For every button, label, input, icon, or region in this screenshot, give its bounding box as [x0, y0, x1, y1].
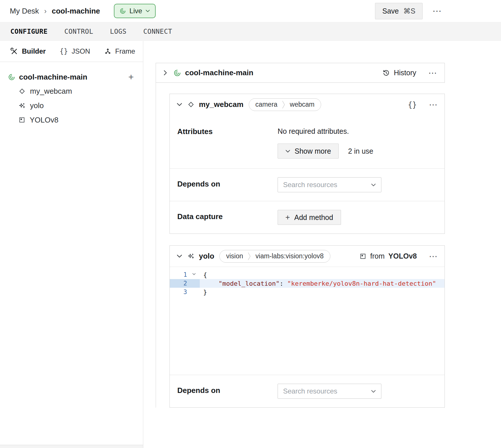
code-line[interactable]: 3 } — [170, 288, 445, 296]
tree-item-label: yolo — [30, 101, 44, 110]
content-area: Builder {} JSON Frame — [0, 41, 501, 448]
tree-root-label: cool-machine-main — [19, 73, 87, 82]
add-method-button[interactable]: + Add method — [278, 210, 341, 225]
live-status-dropdown[interactable]: Live — [114, 4, 156, 18]
attributes-content: No required attributes. Show more 2 in u… — [278, 125, 373, 159]
yolo-depends-on-section: Depends on Search resources — [170, 375, 445, 407]
depends-on-select[interactable]: Search resources — [278, 177, 381, 192]
main-tab-bar: CONFIGURE CONTROL LOGS CONNECT — [0, 22, 501, 41]
machine-part-title: cool-machine-main — [185, 68, 253, 77]
machine-part-icon — [174, 69, 181, 77]
data-capture-label: Data capture — [177, 210, 278, 221]
code-fold-icon[interactable] — [192, 273, 196, 275]
tag-separator-icon — [282, 100, 285, 110]
webcam-card-header: my_webcam camera webcam {} ⋯ — [170, 94, 445, 115]
component-camera-icon — [187, 101, 195, 108]
chevron-down-icon — [371, 390, 376, 393]
component-camera-icon — [18, 88, 26, 95]
line-number: 3 — [170, 288, 200, 296]
builder-label: Builder — [22, 47, 46, 55]
edit-json-icon[interactable]: {} — [408, 100, 417, 109]
more-menu-icon[interactable]: ⋯ — [432, 6, 442, 16]
json-attributes-editor[interactable]: 1 { 2 "model_location": "ker — [170, 267, 445, 375]
mode-json[interactable]: {} JSON — [60, 47, 90, 55]
chevron-down-icon[interactable] — [177, 103, 182, 106]
resource-tree: cool-machine-main + my_webcam — [0, 62, 143, 127]
config-mode-switcher: Builder {} JSON Frame — [0, 41, 143, 62]
frame-axes-icon — [104, 48, 112, 55]
code-content: "model_location": "keremberke/yolov8n-ha… — [200, 280, 436, 287]
show-more-label: Show more — [295, 147, 331, 155]
depends-on-select[interactable]: Search resources — [278, 384, 381, 399]
breadcrumb-current: cool-machine — [52, 7, 100, 16]
tree-item-label: my_webcam — [30, 87, 72, 96]
code-line[interactable]: 1 { — [170, 270, 445, 279]
yolo-type-tag: vision viam-labs:vision:yolov8 — [219, 250, 330, 263]
tab-connect[interactable]: CONNECT — [143, 28, 172, 35]
history-clock-icon — [382, 69, 390, 77]
sidebar: Builder {} JSON Frame — [0, 41, 143, 448]
chevron-down-icon — [285, 150, 290, 153]
from-module-indicator: from YOLOv8 — [359, 252, 417, 260]
from-module-name: YOLOv8 — [388, 252, 417, 260]
resource-card-my-webcam: my_webcam camera webcam {} ⋯ — [169, 94, 445, 234]
save-label: Save — [382, 7, 399, 15]
yolo-card-title: yolo — [199, 252, 214, 261]
json-string-token: "keremberke/yolov8n-hard-hat-detection" — [287, 280, 436, 287]
chevron-down-icon[interactable] — [177, 254, 182, 258]
tree-item-yolov8-module[interactable]: YOLOv8 — [8, 113, 135, 127]
history-button[interactable]: History — [382, 69, 416, 77]
mode-builder[interactable]: Builder — [10, 47, 46, 55]
from-label: from — [370, 252, 385, 260]
tag-model-triplet: viam-labs:vision:yolov8 — [255, 252, 323, 260]
code-line-active[interactable]: 2 "model_location": "keremberke/yolov8n-… — [170, 279, 445, 288]
part-card-more-icon[interactable]: ⋯ — [428, 69, 437, 77]
webcam-type-tag: camera webcam — [249, 98, 321, 111]
line-number: 1 — [170, 270, 200, 279]
attributes-label: Attributes — [177, 125, 278, 136]
json-label: JSON — [72, 47, 90, 55]
plus-icon: + — [285, 214, 290, 221]
tag-vision: vision — [226, 252, 243, 260]
save-shortcut: ⌘S — [403, 7, 415, 15]
attributes-in-use-count: 2 in use — [348, 147, 373, 155]
tree-root-machine-part[interactable]: cool-machine-main + — [8, 70, 135, 84]
tag-camera: camera — [255, 101, 278, 108]
viam-live-icon — [120, 8, 126, 14]
breadcrumb-parent[interactable]: My Desk — [10, 7, 39, 16]
resource-card-yolo: yolo vision viam-labs:vision:yolov8 — [169, 245, 445, 408]
json-key-token: "model_location" — [219, 280, 280, 287]
yolo-card-more-icon[interactable]: ⋯ — [429, 252, 438, 261]
tab-control[interactable]: CONTROL — [64, 28, 93, 35]
depends-on-label: Depends on — [177, 384, 278, 395]
depends-on-label: Depends on — [177, 177, 278, 189]
add-resource-button[interactable]: + — [127, 72, 135, 82]
line-number: 2 — [170, 279, 200, 288]
app-window: My Desk › cool-machine Live Save ⌘S ⋯ — [0, 0, 501, 448]
resource-cards-group: my_webcam camera webcam {} ⋯ — [156, 83, 501, 408]
attributes-actions: Show more 2 in use — [278, 144, 373, 159]
add-method-label: Add method — [294, 213, 333, 222]
service-sparkle-icon — [187, 253, 195, 260]
frame-label: Frame — [115, 47, 135, 55]
live-label: Live — [129, 7, 142, 15]
tab-configure[interactable]: CONFIGURE — [10, 28, 48, 35]
history-label: History — [394, 69, 416, 77]
tag-separator-icon — [248, 251, 251, 261]
tree-item-yolo[interactable]: yolo — [8, 98, 135, 113]
chevron-down-icon — [146, 10, 150, 12]
webcam-card-more-icon[interactable]: ⋯ — [429, 100, 438, 109]
tree-item-label: YOLOv8 — [30, 116, 59, 125]
data-capture-section: Data capture + Add method — [170, 201, 445, 234]
braces-icon: {} — [60, 47, 68, 55]
tree-item-my-webcam[interactable]: my_webcam — [8, 84, 135, 98]
show-more-button[interactable]: Show more — [278, 144, 339, 159]
depends-on-placeholder: Search resources — [283, 387, 337, 395]
chevron-right-icon[interactable] — [163, 70, 167, 76]
sidebar-scrollbar-track[interactable] — [0, 445, 143, 448]
save-button[interactable]: Save ⌘S — [375, 3, 423, 19]
attributes-section: Attributes No required attributes. Show … — [170, 115, 445, 168]
module-icon — [18, 116, 25, 123]
tab-logs[interactable]: LOGS — [110, 28, 127, 35]
mode-frame[interactable]: Frame — [104, 47, 135, 55]
